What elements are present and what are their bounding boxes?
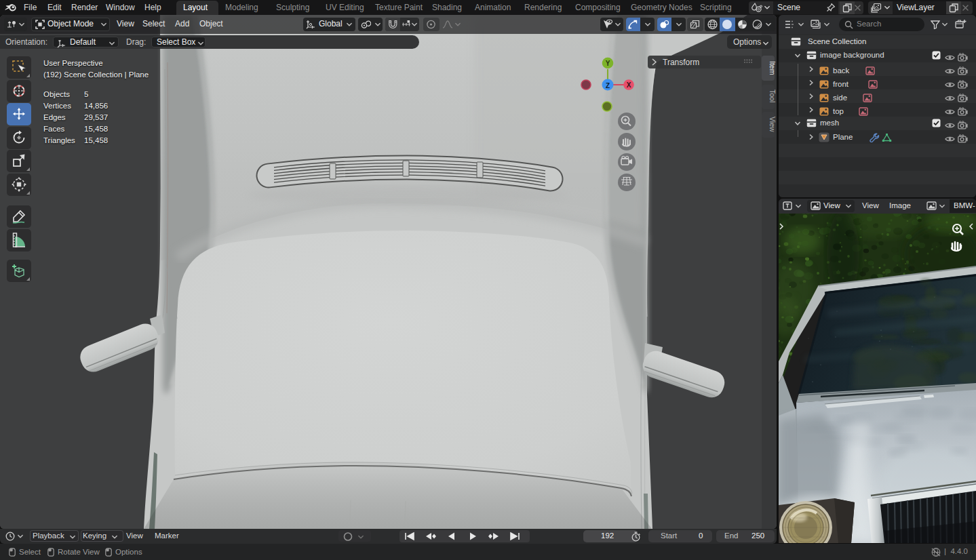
svg-text:Z: Z [606, 82, 610, 89]
svg-text:Tool: Tool [768, 89, 777, 102]
svg-text:Item: Item [768, 61, 777, 75]
svg-text:X: X [627, 81, 631, 89]
svg-text:View: View [768, 117, 777, 132]
svg-text:Y: Y [606, 60, 610, 67]
svg-text:Transform: Transform [663, 58, 699, 67]
